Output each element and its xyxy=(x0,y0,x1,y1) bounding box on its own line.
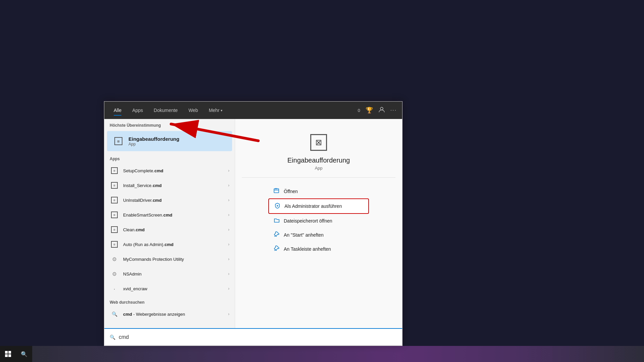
svg-line-4 xyxy=(274,250,275,251)
action-start-anheften[interactable]: An "Start" anheften xyxy=(268,228,369,242)
action-admin[interactable]: Als Administrator ausführen xyxy=(268,198,369,214)
chevron-right-icon: › xyxy=(228,272,229,276)
content-area: Höchste Übereinstimmung ⊠ Eingabeaufford… xyxy=(104,119,402,328)
top-result-section-header: Höchste Übereinstimmung xyxy=(104,119,235,130)
action-taskleiste-anheften[interactable]: An Taskleiste anheften xyxy=(268,242,369,256)
cmd-icon: ⊡ xyxy=(110,181,119,190)
right-panel: ⊠ Eingabeaufforderung App Öffnen xyxy=(235,119,402,328)
app-detail-name: Eingabeaufforderung xyxy=(287,157,350,164)
chevron-right-icon: › xyxy=(228,242,229,247)
list-item[interactable]: ⊡ UnInstallDriver.cmd › xyxy=(104,193,235,207)
chevron-right-icon: › xyxy=(228,312,229,316)
chevron-right-icon: › xyxy=(228,227,229,232)
search-input[interactable] xyxy=(119,334,397,340)
cmd-icon: ⊡ xyxy=(110,210,119,220)
taskbar: 🔍 xyxy=(0,346,644,362)
nav-tab-mehr[interactable]: Mehr ▾ xyxy=(205,105,226,116)
list-item[interactable]: ⊡ Clean.cmd › xyxy=(104,222,235,237)
list-item[interactable]: ⚙ MyCommands Protection Utility › xyxy=(104,252,235,266)
cmd-icon: ⊡ xyxy=(110,166,119,175)
list-item[interactable]: ⚙ NSAdmin › xyxy=(104,266,235,281)
nav-tab-apps[interactable]: Apps xyxy=(128,105,147,116)
chevron-right-icon: › xyxy=(228,198,229,202)
cmd-icon: ⊡ xyxy=(110,195,119,205)
cmd-icon: ⊡ xyxy=(110,225,119,234)
list-item[interactable]: · xvid_encraw › xyxy=(104,281,235,296)
web-section-header: Web durchsuchen xyxy=(104,296,235,307)
top-nav: Alle Apps Dokumente Web Mehr ▾ 0 🏆 ··· xyxy=(104,102,402,119)
cmd-icon: ⊡ xyxy=(110,240,119,249)
top-result-text: Eingabeaufforderung App xyxy=(128,136,179,146)
chevron-right-icon: › xyxy=(228,168,229,173)
list-item[interactable]: ⊡ Install_Service.cmd › xyxy=(104,178,235,193)
person-icon[interactable] xyxy=(378,106,385,115)
nav-tab-dokumente[interactable]: Dokumente xyxy=(150,105,182,116)
pin-taskbar-icon xyxy=(274,245,280,253)
web-search-item[interactable]: 🔍 cmd - Webergebnisse anzeigen › xyxy=(104,307,235,321)
action-dateispeicherort[interactable]: Dateispeicherort öffnen xyxy=(268,214,369,228)
nav-icons: 0 🏆 ··· xyxy=(358,106,397,115)
svg-rect-1 xyxy=(274,189,279,193)
gear-icon: ⚙ xyxy=(110,269,119,279)
nav-tab-alle[interactable]: Alle xyxy=(110,105,125,116)
cmd-app-icon: ⊠ xyxy=(112,135,124,147)
list-item[interactable]: ⊡ SetupComplete.cmd › xyxy=(104,163,235,178)
gear-icon: ⚙ xyxy=(110,254,119,264)
search-overlay: Alle Apps Dokumente Web Mehr ▾ 0 🏆 ··· xyxy=(104,101,402,346)
search-bar: 🔍 xyxy=(104,328,402,346)
chevron-down-icon: ▾ xyxy=(221,109,222,112)
chevron-right-icon: › xyxy=(228,257,229,261)
taskbar-search-button[interactable]: 🔍 xyxy=(16,346,32,362)
svg-line-3 xyxy=(274,236,275,237)
folder-icon xyxy=(274,217,280,225)
start-button[interactable] xyxy=(0,346,16,362)
app-detail-icon: ⊠ xyxy=(309,132,329,153)
list-item[interactable]: ⊡ EnableSmartScreen.cmd › xyxy=(104,207,235,222)
list-item[interactable]: ⊡ Auto (Run as Admin).cmd › xyxy=(104,237,235,252)
pin-icon xyxy=(274,231,280,239)
app-detail-type: App xyxy=(315,166,322,171)
left-panel: Höchste Übereinstimmung ⊠ Eingabeaufford… xyxy=(104,119,235,328)
open-icon xyxy=(274,188,280,195)
shield-icon xyxy=(274,202,280,210)
more-icon[interactable]: ··· xyxy=(390,107,397,113)
top-result-item[interactable]: ⊠ Eingabeaufforderung App xyxy=(107,131,232,151)
action-oeffnen[interactable]: Öffnen xyxy=(268,184,369,198)
chevron-right-icon: › xyxy=(228,286,229,291)
search-icon: 🔍 xyxy=(110,309,119,319)
nav-tab-web[interactable]: Web xyxy=(184,105,202,116)
divider xyxy=(242,177,395,178)
svg-point-0 xyxy=(380,107,383,110)
chevron-right-icon: › xyxy=(228,183,229,188)
dot-icon: · xyxy=(110,284,119,293)
chevron-right-icon: › xyxy=(228,213,229,217)
apps-section-header: Apps xyxy=(104,153,235,163)
search-bar-icon: 🔍 xyxy=(110,335,115,340)
svg-point-2 xyxy=(277,205,278,206)
taskbar-apps-area xyxy=(32,346,644,362)
trophy-icon[interactable]: 🏆 xyxy=(366,107,373,114)
